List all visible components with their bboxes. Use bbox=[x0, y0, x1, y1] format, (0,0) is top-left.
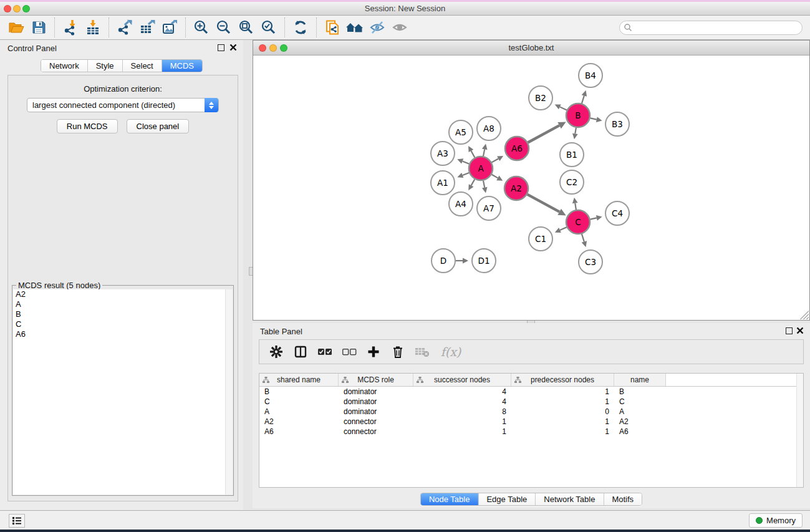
table-cell[interactable]: 1 bbox=[413, 417, 511, 426]
column-header-successor-nodes[interactable]: successor nodes bbox=[413, 374, 511, 386]
run-mcds-button[interactable]: Run MCDS bbox=[57, 119, 118, 133]
tab-node-table[interactable]: Node Table bbox=[421, 493, 478, 505]
window-resize-grip[interactable] bbox=[800, 311, 809, 319]
home-view-button[interactable] bbox=[344, 17, 366, 38]
table-cell[interactable]: 4 bbox=[413, 397, 511, 406]
table-cell[interactable]: A6 bbox=[259, 427, 339, 436]
graph-edge[interactable] bbox=[528, 125, 560, 142]
graph-edge[interactable] bbox=[463, 161, 470, 163]
graph-edge[interactable] bbox=[471, 179, 475, 185]
table-cell[interactable]: connector bbox=[339, 427, 413, 436]
task-history-button[interactable] bbox=[9, 514, 25, 528]
table-cell[interactable]: dominator bbox=[339, 387, 413, 396]
tab-edge-table[interactable]: Edge Table bbox=[478, 493, 535, 505]
graph-edge[interactable] bbox=[560, 227, 567, 230]
graph-edge[interactable] bbox=[560, 107, 567, 110]
mcds-result-item[interactable]: B bbox=[13, 309, 225, 319]
criterion-select[interactable]: largest connected component (directed) bbox=[27, 98, 219, 112]
show-column-button[interactable] bbox=[291, 342, 310, 361]
network-graph[interactable]: B4B2BB3B1A5A8A6A3AA1C2A4A7A2C4CC1C3DD1 bbox=[253, 56, 809, 321]
create-column-button[interactable] bbox=[364, 342, 383, 361]
graph-edge[interactable] bbox=[463, 173, 469, 175]
tab-network[interactable]: Network bbox=[41, 60, 87, 72]
graph-edge[interactable] bbox=[528, 195, 560, 212]
graph-edge[interactable] bbox=[471, 151, 475, 158]
table-cell[interactable]: 1 bbox=[511, 387, 614, 396]
graph-edge[interactable] bbox=[582, 234, 584, 241]
export-network-button[interactable] bbox=[113, 17, 136, 38]
close-panel-icon[interactable] bbox=[229, 44, 237, 51]
table-cell[interactable]: A bbox=[259, 407, 339, 416]
graph-edge[interactable] bbox=[582, 95, 584, 103]
table-cell[interactable]: B bbox=[614, 387, 666, 396]
table-cell[interactable]: 0 bbox=[511, 407, 614, 416]
tab-network-table[interactable]: Network Table bbox=[535, 493, 603, 505]
save-session-button[interactable] bbox=[27, 17, 50, 38]
open-session-button[interactable] bbox=[5, 17, 27, 38]
export-image-button[interactable] bbox=[158, 17, 181, 38]
function-builder-button[interactable]: f(x) bbox=[437, 342, 465, 361]
column-header-predecessor-nodes[interactable]: predecessor nodes bbox=[511, 374, 614, 386]
delete-table-button[interactable] bbox=[413, 342, 432, 361]
table-settings-button[interactable] bbox=[267, 342, 286, 361]
node-table[interactable]: shared nameMCDS rolesuccessor nodesprede… bbox=[259, 373, 804, 488]
mcds-result-item[interactable]: A bbox=[13, 299, 225, 309]
table-cell[interactable]: C bbox=[614, 397, 666, 406]
search-field[interactable] bbox=[619, 21, 803, 35]
table-row[interactable]: Adominator80A bbox=[259, 407, 803, 417]
table-cell[interactable]: A2 bbox=[259, 417, 339, 426]
zoom-out-button[interactable] bbox=[213, 17, 235, 38]
graph-edge[interactable] bbox=[483, 149, 485, 156]
mcds-result-item[interactable]: C bbox=[13, 319, 225, 329]
table-cell[interactable]: C bbox=[259, 397, 339, 406]
table-scrollbar-gutter[interactable] bbox=[796, 374, 803, 487]
table-cell[interactable]: dominator bbox=[339, 397, 413, 406]
select-all-button[interactable] bbox=[316, 342, 334, 361]
table-cell[interactable]: 1 bbox=[511, 427, 614, 436]
memory-button[interactable]: Memory bbox=[749, 513, 803, 528]
graph-edge[interactable] bbox=[591, 118, 597, 119]
float-panel-icon[interactable] bbox=[218, 44, 224, 51]
show-graphics-button[interactable] bbox=[388, 17, 411, 38]
result-scrollbar[interactable] bbox=[225, 289, 233, 495]
graph-edge[interactable] bbox=[575, 128, 576, 134]
export-table-button[interactable] bbox=[136, 17, 158, 38]
table-row[interactable]: A2connector11A2 bbox=[259, 417, 803, 427]
graph-edge[interactable] bbox=[491, 175, 498, 178]
search-input[interactable] bbox=[632, 23, 798, 32]
graph-edge[interactable] bbox=[591, 218, 597, 219]
mcds-result-item[interactable]: A2 bbox=[13, 289, 225, 299]
float-panel-icon[interactable] bbox=[786, 327, 793, 334]
table-cell[interactable]: connector bbox=[339, 417, 413, 426]
graph-edge[interactable] bbox=[575, 203, 576, 210]
tab-mcds[interactable]: MCDS bbox=[162, 60, 202, 72]
tab-style[interactable]: Style bbox=[87, 60, 122, 72]
zoom-in-button[interactable] bbox=[190, 17, 213, 38]
import-network-button[interactable] bbox=[59, 17, 82, 38]
graph-edge[interactable] bbox=[483, 181, 485, 188]
tab-select[interactable]: Select bbox=[122, 60, 162, 72]
table-row[interactable]: Bdominator41B bbox=[259, 387, 803, 397]
mcds-result-item[interactable]: A6 bbox=[13, 329, 225, 339]
table-cell[interactable]: 1 bbox=[511, 397, 614, 406]
table-cell[interactable]: 1 bbox=[413, 427, 511, 436]
column-header-shared-name[interactable]: shared name bbox=[259, 374, 339, 386]
network-window-titlebar[interactable]: testGlobe.txt bbox=[253, 41, 809, 56]
graph-edge[interactable] bbox=[492, 158, 499, 162]
hide-graphics-button[interactable] bbox=[366, 17, 388, 38]
table-cell[interactable]: 8 bbox=[413, 407, 511, 416]
table-cell[interactable]: A2 bbox=[614, 417, 666, 426]
table-cell[interactable]: dominator bbox=[339, 407, 413, 416]
zoom-fit-button[interactable] bbox=[235, 17, 258, 38]
table-cell[interactable]: 4 bbox=[413, 387, 511, 396]
duplicate-network-button[interactable] bbox=[321, 17, 344, 38]
import-table-button[interactable] bbox=[82, 17, 104, 38]
column-header-name[interactable]: name bbox=[614, 374, 666, 386]
table-cell[interactable]: 1 bbox=[511, 417, 614, 426]
network-canvas[interactable]: B4B2BB3B1A5A8A6A3AA1C2A4A7A2C4CC1C3DD1 bbox=[253, 56, 809, 320]
zoom-selected-button[interactable] bbox=[258, 17, 280, 38]
table-cell[interactable]: A bbox=[614, 407, 666, 416]
table-row[interactable]: Cdominator41C bbox=[259, 397, 803, 407]
close-panel-icon[interactable] bbox=[796, 327, 804, 334]
table-row[interactable]: A6connector11A6 bbox=[259, 427, 803, 437]
